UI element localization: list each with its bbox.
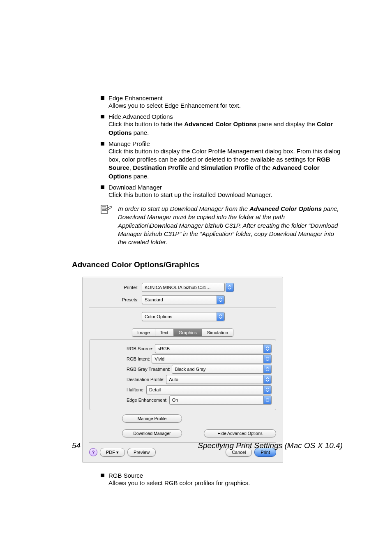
note-icon [101, 205, 113, 214]
option-row: Destination Profile:Auto [127, 375, 272, 384]
bullet-title: RGB Source [108, 472, 143, 479]
bullet-title: Edge Enhancement [108, 95, 163, 102]
tab-image[interactable]: Image [132, 329, 155, 336]
bullet-body: Click this button to start up the instal… [108, 191, 343, 199]
option-label: RGB Gray Treatment: [127, 367, 172, 372]
download-manager-button[interactable]: Download Manager [122, 429, 182, 437]
dropdown-arrow-icon [263, 345, 271, 353]
bullet-body: Allows you to select Edge Enhancement fo… [108, 102, 343, 110]
option-row: RGB Gray Treatment:Black and Gray [127, 365, 272, 374]
option-label: Destination Profile: [127, 377, 166, 382]
pane-select[interactable]: Color Options [142, 312, 225, 321]
bullet-body: Click this button to hide the Advanced C… [108, 120, 343, 137]
bullet-square-icon [101, 474, 104, 477]
page-number: 54 [72, 441, 81, 450]
option-row: RGB Intent:Vivid [127, 354, 272, 363]
bullet-square-icon [101, 142, 104, 146]
option-select[interactable]: On [169, 395, 272, 405]
tabs: Image Text Graphics Simulation [132, 328, 233, 337]
bullet-title: Hide Advanced Options [108, 113, 173, 120]
bullet-title: Manage Profile [108, 140, 150, 147]
profile-buttons-row: Manage Profile Download Manager Hide Adv… [122, 414, 276, 437]
option-row: RGB Source:sRGB [127, 344, 272, 353]
option-label: RGB Intent: [127, 356, 152, 361]
option-select[interactable]: Detail [146, 385, 272, 394]
bullet-title: Download Manager [108, 184, 162, 191]
presets-select[interactable]: Standard [142, 295, 225, 304]
dropdown-arrow-icon [217, 312, 224, 321]
presets-label: Presets: [89, 297, 142, 302]
printer-select[interactable]: KONICA MINOLTA bizhub C31… [142, 283, 225, 292]
dropdown-arrow-icon [263, 365, 271, 373]
bullet-square-icon [101, 185, 104, 189]
option-select[interactable]: Black and Gray [172, 365, 272, 374]
tab-text[interactable]: Text [155, 329, 174, 336]
dropdown-arrow-icon [263, 375, 271, 384]
note-text: In order to start up Download Manager fr… [118, 205, 343, 246]
option-label: Edge Enhancement: [127, 398, 169, 402]
option-select[interactable]: sRGB [155, 344, 272, 353]
manage-profile-button[interactable]: Manage Profile [122, 414, 182, 423]
pane-row: Color Options [89, 312, 276, 321]
presets-row: Presets: Standard [89, 295, 276, 304]
section-heading: Advanced Color Options/Graphics [72, 260, 343, 269]
dropdown-arrow-icon [263, 396, 271, 404]
dropdown-arrow-icon [263, 355, 271, 363]
option-select[interactable]: Vivid [152, 354, 272, 363]
bullet-square-icon [101, 96, 104, 100]
bullet-square-icon [101, 115, 104, 118]
option-row: Halftone:Detail [127, 385, 272, 394]
note-block: In order to start up Download Manager fr… [101, 205, 343, 246]
option-label: Halftone: [127, 387, 146, 392]
bullet-edge-enhancement: Edge Enhancement Allows you to select Ed… [101, 95, 343, 110]
option-select[interactable]: Auto [166, 375, 272, 384]
printer-row: Printer: KONICA MINOLTA bizhub C31… [89, 283, 276, 292]
bullet-manage-profile: Manage Profile Click this button to disp… [101, 140, 343, 180]
bullet-download-manager: Download Manager Click this button to st… [101, 184, 343, 199]
dropdown-arrow-icon[interactable] [226, 283, 234, 292]
bullet-body: Click this button to display the Color P… [108, 147, 343, 180]
tab-graphics[interactable]: Graphics [174, 329, 202, 336]
divider [89, 308, 276, 308]
graphics-options-group: RGB Source:sRGBRGB Intent:VividRGB Gray … [89, 339, 276, 410]
option-row: Edge Enhancement:On [127, 395, 272, 405]
hide-advanced-options-button[interactable]: Hide Advanced Options [204, 429, 276, 437]
bullet-hide-advanced: Hide Advanced Options Click this button … [101, 113, 343, 137]
bullet-body: Allows you to select RGB color profiles … [108, 479, 343, 487]
printer-label: Printer: [89, 285, 142, 290]
print-dialog: Printer: KONICA MINOLTA bizhub C31… Pres… [82, 277, 283, 463]
option-label: RGB Source: [127, 346, 155, 351]
page-footer: 54 Specifying Print Settings (Mac OS X 1… [72, 441, 343, 450]
dropdown-arrow-icon [263, 386, 271, 394]
bullet-rgb-source: RGB Source Allows you to select RGB colo… [101, 472, 343, 487]
dropdown-arrow-icon [217, 296, 224, 304]
footer-text: Specifying Print Settings (Mac OS X 10.4… [198, 441, 343, 450]
tab-simulation[interactable]: Simulation [202, 329, 233, 336]
